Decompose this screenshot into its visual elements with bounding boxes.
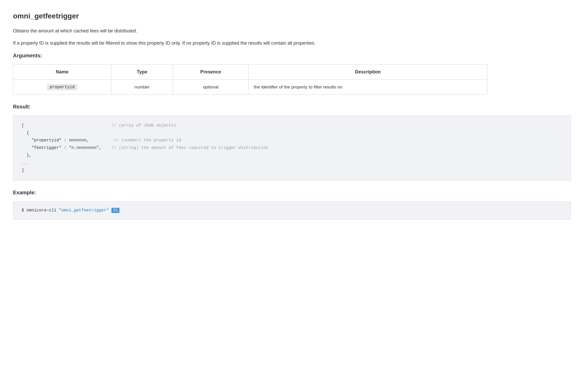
code-line-1: [ // (array of JSON objects) { "property… xyxy=(22,123,268,173)
example-section: Example: $ omnicore-cli "omni_getfeetrig… xyxy=(13,188,571,220)
col-header-type: Type xyxy=(111,65,173,80)
cell-description: the identifier of the property to filter… xyxy=(249,80,487,95)
page-title: omni_getfeetrigger xyxy=(13,10,571,22)
col-header-name: Name xyxy=(13,65,111,80)
example-cli: omnicore-cli xyxy=(26,208,59,213)
cell-presence: optional xyxy=(173,80,249,95)
cell-type: number xyxy=(111,80,173,95)
arguments-heading: Arguments: xyxy=(13,51,571,60)
example-code-block: $ omnicore-cli "omni_getfeetrigger" 31 xyxy=(13,201,571,220)
description-2: If a property ID is supplied the results… xyxy=(13,39,571,47)
description-1: Obtains the amount at which cached fees … xyxy=(13,27,571,35)
example-dollar: $ xyxy=(22,208,26,213)
cell-name: propertyid xyxy=(13,80,111,95)
example-heading: Example: xyxy=(13,188,571,197)
example-arg-num: 31 xyxy=(111,208,119,213)
table-row: propertyid number optional the identifie… xyxy=(13,80,487,95)
result-section: Result: [ // (array of JSON objects) { "… xyxy=(13,102,571,181)
example-command: "omni_getfeetrigger" xyxy=(59,208,109,213)
result-heading: Result: xyxy=(13,102,571,111)
param-name-tag: propertyid xyxy=(47,84,77,90)
col-header-presence: Presence xyxy=(173,65,249,80)
arguments-section: Arguments: Name Type Presence Descriptio… xyxy=(13,51,571,94)
col-header-description: Description xyxy=(249,65,487,80)
table-header-row: Name Type Presence Description xyxy=(13,65,487,80)
result-code-block: [ // (array of JSON objects) { "property… xyxy=(13,115,571,181)
arguments-table: Name Type Presence Description propertyi… xyxy=(13,64,487,94)
